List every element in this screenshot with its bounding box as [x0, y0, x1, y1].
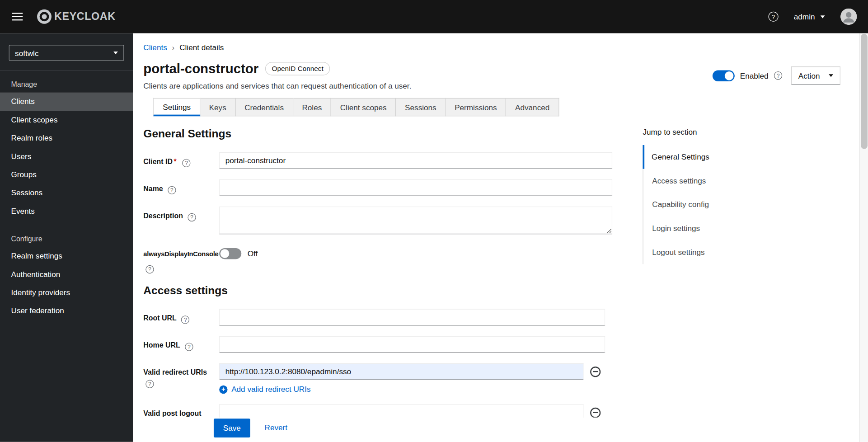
home-url-input[interactable]	[219, 336, 605, 353]
tab-settings[interactable]: Settings	[153, 98, 200, 116]
page-description: Clients are applications and services th…	[143, 81, 411, 90]
remove-redirect-uri-button[interactable]	[590, 366, 601, 376]
realm-name: softwlc	[15, 48, 38, 57]
client-id-row: Client ID* ?	[143, 152, 630, 169]
hamburger-icon	[12, 13, 23, 14]
user-avatar-icon	[840, 8, 857, 25]
avatar[interactable]	[840, 8, 857, 25]
help-icon[interactable]: ?	[188, 213, 196, 221]
enabled-toggle[interactable]	[712, 70, 734, 81]
action-dropdown[interactable]: Action	[791, 66, 840, 85]
help-icon[interactable]: ?	[168, 186, 176, 194]
breadcrumb-current: Client details	[179, 43, 224, 52]
jump-link-general-settings[interactable]: General Settings	[643, 145, 792, 169]
tab-bar: Settings Keys Credentials Roles Client s…	[153, 98, 559, 116]
help-icon[interactable]: ?	[145, 265, 154, 273]
help-icon[interactable]: ?	[185, 343, 193, 351]
jump-link-capability-config[interactable]: Capability config	[643, 193, 793, 216]
main-content: Clients › Client details portal-construc…	[133, 33, 859, 442]
add-redirect-uri-link[interactable]: + Add valid redirect URIs	[219, 385, 630, 394]
description-textarea[interactable]	[219, 207, 612, 234]
help-icon[interactable]: ?	[145, 380, 154, 388]
nav-section-manage: Manage Clients Client scopes Realm roles…	[0, 71, 133, 221]
form-actions: Save Revert	[133, 418, 859, 442]
sidebar-item-identity-providers[interactable]: Identity providers	[0, 283, 133, 301]
page: KEYCLOAK ? admin softwlc	[0, 0, 868, 442]
root-url-label: Root URL	[143, 314, 176, 322]
realm-selector-wrap: softwlc	[0, 33, 133, 71]
sidebar-item-realm-roles[interactable]: Realm roles	[0, 129, 133, 147]
help-icon[interactable]: ?	[774, 71, 782, 80]
root-url-input[interactable]	[219, 309, 605, 326]
action-label: Action	[798, 71, 820, 80]
always-display-row: alwaysDisplayInConsole ? Off	[143, 245, 630, 274]
user-menu[interactable]: admin	[794, 12, 825, 21]
tab-client-scopes[interactable]: Client scopes	[331, 98, 396, 116]
username: admin	[794, 12, 815, 21]
page-title: portal-constructor	[143, 61, 258, 76]
sidebar: softwlc Manage Clients Client scopes Rea…	[0, 33, 133, 442]
scrollbar-thumb[interactable]	[861, 34, 868, 149]
help-icon[interactable]: ?	[181, 315, 189, 324]
save-button[interactable]: Save	[214, 418, 250, 437]
always-display-label: alwaysDisplayInConsole	[143, 250, 218, 258]
name-label: Name	[143, 184, 163, 193]
sidebar-item-client-scopes[interactable]: Client scopes	[0, 111, 133, 129]
menu-toggle-button[interactable]	[8, 8, 27, 25]
name-row: Name ?	[143, 179, 630, 196]
description-row: Description ?	[143, 207, 630, 234]
settings-form: General Settings Client ID* ? Name ?	[143, 127, 630, 440]
page-header: portal-constructor OpenID Connect Client…	[143, 61, 859, 90]
sidebar-item-events[interactable]: Events	[0, 202, 133, 220]
jump-link-access-settings[interactable]: Access settings	[643, 169, 793, 193]
topbar: KEYCLOAK ? admin	[0, 0, 868, 33]
root-url-row: Root URL ?	[143, 309, 630, 326]
sidebar-item-authentication[interactable]: Authentication	[0, 265, 133, 283]
tab-keys[interactable]: Keys	[200, 98, 236, 116]
sidebar-item-users[interactable]: Users	[0, 147, 133, 165]
sidebar-item-user-federation[interactable]: User federation	[0, 302, 133, 320]
sidebar-item-sessions[interactable]: Sessions	[0, 184, 133, 202]
sidebar-item-groups[interactable]: Groups	[0, 165, 133, 183]
breadcrumb-clients-link[interactable]: Clients	[143, 43, 167, 52]
name-input[interactable]	[219, 179, 612, 196]
sidebar-item-clients[interactable]: Clients	[0, 93, 133, 111]
help-icon[interactable]: ?	[768, 12, 778, 22]
remove-post-logout-uri-button[interactable]	[590, 407, 601, 418]
tab-permissions[interactable]: Permissions	[446, 98, 507, 116]
chevron-down-icon	[821, 15, 825, 18]
redirect-uris-row: Valid redirect URIs ? + Add valid red	[143, 363, 630, 394]
sidebar-item-realm-settings[interactable]: Realm settings	[0, 247, 133, 265]
breadcrumb: Clients › Client details	[143, 43, 859, 52]
header-controls: Enabled ? Action	[712, 66, 840, 85]
tab-roles[interactable]: Roles	[293, 98, 331, 116]
tab-sessions[interactable]: Sessions	[396, 98, 446, 116]
tab-advanced[interactable]: Advanced	[506, 98, 559, 116]
chevron-down-icon	[113, 52, 118, 54]
tab-credentials[interactable]: Credentials	[236, 98, 293, 116]
always-display-state: Off	[248, 249, 258, 258]
realm-selector[interactable]: softwlc	[9, 45, 124, 61]
nav-section-title: Configure	[0, 221, 133, 247]
help-icon[interactable]: ?	[182, 159, 190, 167]
always-display-toggle[interactable]	[219, 248, 241, 259]
minus-circle-icon	[593, 371, 598, 372]
client-id-label: Client ID	[143, 157, 173, 165]
chevron-down-icon	[829, 74, 833, 77]
required-asterisk: *	[174, 157, 176, 165]
breadcrumb-divider-icon: ›	[172, 43, 174, 52]
section-heading-general: General Settings	[143, 127, 630, 140]
client-id-input[interactable]	[219, 152, 612, 169]
jump-link-logout-settings[interactable]: Logout settings	[643, 240, 793, 264]
minus-circle-icon	[593, 412, 598, 413]
jump-to-section-title: Jump to section	[643, 127, 792, 136]
jump-to-section-panel: Jump to section General Settings Access …	[643, 127, 792, 440]
home-url-label: Home URL	[143, 341, 180, 349]
nav-section-title: Manage	[0, 71, 133, 93]
redirect-uri-input[interactable]	[219, 363, 583, 380]
topbar-right: ? admin	[768, 8, 857, 25]
revert-button[interactable]: Revert	[265, 418, 288, 436]
jump-link-login-settings[interactable]: Login settings	[643, 216, 793, 240]
scrollbar-track[interactable]	[859, 33, 868, 442]
enabled-label: Enabled	[740, 71, 769, 80]
